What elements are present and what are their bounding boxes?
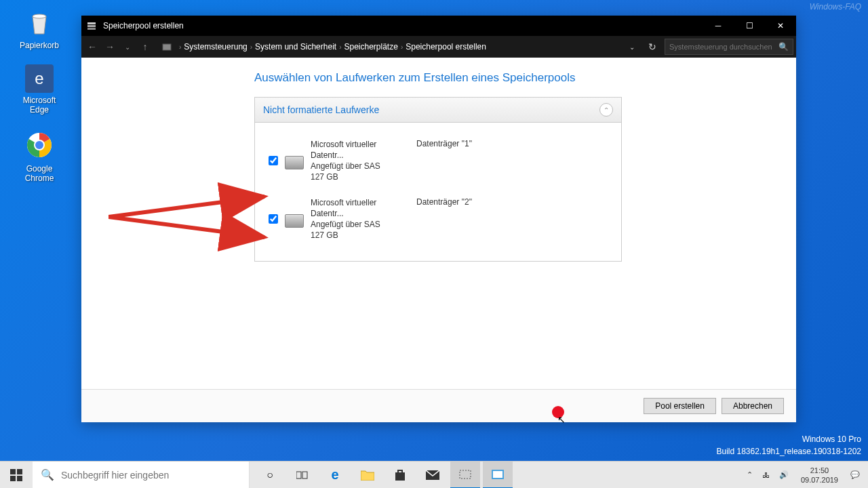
svg-rect-7 [163, 44, 171, 50]
search-input[interactable] [669, 43, 778, 51]
svg-rect-4 [87, 22, 96, 24]
date: 09.07.2019 [801, 475, 838, 485]
search-box[interactable]: 🔍 [665, 39, 793, 55]
drive-name: Microsoft virtueller Datentr... [311, 197, 406, 219]
svg-rect-13 [17, 476, 22, 481]
volume-icon[interactable]: 🔊 [776, 470, 791, 479]
content-area: Auswählen von Laufwerken zum Erstellen e… [81, 58, 796, 389]
drive-checkbox[interactable] [269, 156, 278, 165]
svg-rect-6 [87, 28, 96, 30]
mail-taskbar-icon[interactable] [418, 462, 448, 489]
create-pool-button[interactable]: Pool erstellen [644, 398, 716, 414]
svg-rect-14 [296, 472, 301, 479]
svg-point-3 [35, 141, 43, 149]
drive-size: 127 GB [311, 230, 406, 241]
control-panel-taskbar-icon[interactable] [483, 462, 513, 489]
svg-rect-5 [87, 25, 96, 27]
edge-taskbar-icon[interactable]: e [320, 462, 350, 489]
panel-header: Nicht formatierte Laufwerke ⌃ [255, 98, 621, 123]
titlebar: Speicherpool erstellen ─ ☐ ✕ [81, 16, 796, 36]
drive-item[interactable]: Microsoft virtueller Datentr... Angefügt… [255, 192, 621, 250]
search-icon: 🔍 [41, 468, 54, 481]
svg-rect-15 [302, 472, 307, 479]
drive-name: Microsoft virtueller Datentr... [311, 139, 406, 161]
clock[interactable]: 21:50 09.07.2019 [795, 466, 844, 485]
notifications-icon[interactable]: 💬 [848, 470, 863, 479]
network-icon[interactable]: 🖧 [760, 471, 772, 479]
systray-expand-icon[interactable]: ⌃ [744, 470, 755, 479]
desktop-chrome[interactable]: Google Chrome [14, 129, 65, 183]
edge-icon: e [25, 64, 54, 93]
watermark-top: Windows-FAQ [810, 2, 861, 12]
page-heading: Auswählen von Laufwerken zum Erstellen e… [254, 71, 796, 85]
svg-line-8 [108, 197, 264, 217]
back-button[interactable]: ← [84, 39, 100, 55]
refresh-button[interactable]: ↻ [644, 41, 660, 52]
explorer-taskbar-icon[interactable] [353, 462, 382, 489]
task-view-icon[interactable] [288, 462, 317, 489]
time: 21:50 [801, 466, 838, 475]
edge-label: Microsoft Edge [14, 96, 65, 115]
store-taskbar-icon[interactable] [385, 462, 415, 489]
drive-connection: Angefügt über SAS [311, 161, 406, 171]
drive-size: 127 GB [311, 171, 406, 182]
breadcrumb-item[interactable]: Speicherpool erstellen [406, 42, 486, 52]
drive-disk-label: Datenträger "2" [416, 197, 472, 241]
svg-rect-16 [395, 472, 405, 481]
up-button[interactable]: ↑ [137, 39, 153, 55]
recycle-bin-icon [23, 5, 56, 38]
collapse-button[interactable]: ⌃ [599, 103, 613, 117]
svg-rect-20 [493, 471, 502, 478]
taskbar-search-input[interactable] [61, 470, 241, 481]
footer: Pool erstellen Abbrechen [81, 389, 796, 422]
minimize-button[interactable]: ─ [703, 16, 734, 36]
watermark: Windows 10 Pro Build 18362.19h1_release.… [716, 433, 861, 458]
navbar: ← → ⌄ ↑ › Systemsteuerung › System und S… [81, 36, 796, 58]
disk-icon [285, 214, 304, 228]
panel-title: Nicht formatierte Laufwerke [263, 104, 379, 115]
forward-button[interactable]: → [102, 39, 118, 55]
taskbar: 🔍 ○ e ⌃ 🖧 🔊 21:50 09.07.2019 💬 [0, 461, 868, 488]
search-icon: 🔍 [778, 42, 789, 52]
storage-pool-window: Speicherpool erstellen ─ ☐ ✕ ← → ⌄ ↑ › S… [81, 16, 796, 422]
svg-rect-11 [17, 469, 22, 474]
breadcrumb: › Systemsteuerung › System und Sicherhei… [179, 42, 623, 52]
window-title: Speicherpool erstellen [103, 21, 703, 30]
desktop-recycle-bin[interactable]: Papierkorb [14, 5, 65, 50]
drive-item[interactable]: Microsoft virtueller Datentr... Angefügt… [255, 134, 621, 192]
svg-rect-10 [10, 469, 16, 474]
systray: ⌃ 🖧 🔊 21:50 09.07.2019 💬 [744, 466, 868, 485]
close-button[interactable]: ✕ [765, 16, 796, 36]
breadcrumb-item[interactable]: System und Sicherheit [255, 42, 336, 52]
start-button[interactable] [0, 462, 33, 489]
chrome-icon [23, 129, 56, 161]
breadcrumb-dropdown-icon[interactable]: ⌄ [624, 39, 640, 55]
breadcrumb-item[interactable]: Systemsteuerung [184, 42, 247, 52]
watermark-line1: Windows 10 Pro [716, 433, 861, 445]
snip-taskbar-icon[interactable] [450, 462, 480, 489]
drive-checkbox[interactable] [269, 214, 278, 224]
disk-icon [285, 156, 304, 169]
svg-line-9 [108, 217, 264, 237]
desktop-edge[interactable]: e Microsoft Edge [14, 64, 65, 115]
svg-rect-18 [460, 470, 471, 479]
cancel-button[interactable]: Abbrechen [722, 398, 784, 414]
breadcrumb-item[interactable]: Speicherplätze [344, 42, 397, 52]
taskbar-search[interactable]: 🔍 [33, 462, 250, 489]
maximize-button[interactable]: ☐ [734, 16, 765, 36]
watermark-line2: Build 18362.19h1_release.190318-1202 [716, 445, 861, 458]
recycle-bin-label: Papierkorb [14, 41, 65, 50]
svg-rect-12 [10, 476, 16, 481]
drive-panel: Nicht formatierte Laufwerke ⌃ Microsoft … [254, 97, 622, 262]
dropdown-nav-button[interactable]: ⌄ [119, 39, 136, 55]
chrome-label: Google Chrome [14, 164, 65, 183]
location-icon [159, 39, 175, 55]
cortana-icon[interactable]: ○ [255, 462, 285, 489]
app-icon [87, 20, 98, 31]
svg-point-0 [33, 14, 46, 18]
drive-list: Microsoft virtueller Datentr... Angefügt… [255, 123, 621, 261]
drive-disk-label: Datenträger "1" [416, 139, 472, 182]
drive-connection: Angefügt über SAS [311, 219, 406, 230]
